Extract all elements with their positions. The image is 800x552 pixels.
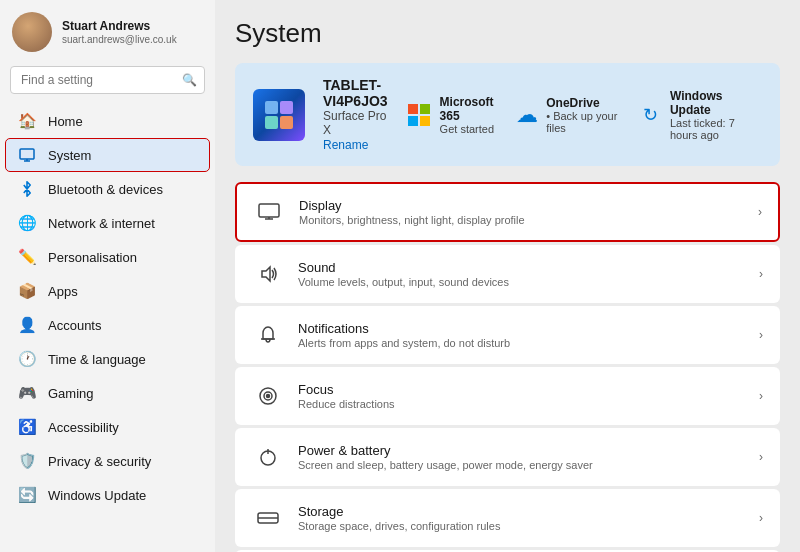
display-chevron: › bbox=[758, 205, 762, 219]
time-icon: 🕐 bbox=[18, 350, 36, 368]
svg-rect-5 bbox=[265, 116, 278, 129]
search-icon: 🔍 bbox=[182, 73, 197, 87]
microsoft365-icon bbox=[406, 101, 432, 129]
sound-desc: Volume levels, output, input, sound devi… bbox=[298, 276, 759, 288]
nav-system-label: System bbox=[48, 148, 91, 163]
settings-list: Display Monitors, brightness, night ligh… bbox=[235, 182, 780, 552]
nav-apps-label: Apps bbox=[48, 284, 78, 299]
svg-rect-10 bbox=[420, 116, 430, 126]
svg-rect-7 bbox=[408, 104, 418, 114]
svg-rect-11 bbox=[259, 204, 279, 217]
sound-title: Sound bbox=[298, 260, 759, 275]
onedrive-desc: • Back up your files bbox=[546, 110, 620, 134]
service-microsoft365[interactable]: Microsoft 365 Get started bbox=[406, 89, 497, 141]
nav-gaming[interactable]: 🎮 Gaming bbox=[6, 377, 209, 409]
search-input[interactable] bbox=[10, 66, 205, 94]
svg-marker-14 bbox=[262, 267, 270, 281]
onedrive-icon: ☁ bbox=[516, 101, 538, 129]
device-rename-link[interactable]: Rename bbox=[323, 138, 368, 152]
nav-accessibility-label: Accessibility bbox=[48, 420, 119, 435]
focus-icon bbox=[252, 380, 284, 412]
windows-logo bbox=[263, 99, 295, 131]
power-desc: Screen and sleep, battery usage, power m… bbox=[298, 459, 759, 471]
system-icon bbox=[18, 146, 36, 164]
device-info: TABLET-VI4P6JO3 Surface Pro X Rename bbox=[323, 77, 388, 152]
service-onedrive[interactable]: ☁ OneDrive • Back up your files bbox=[516, 89, 620, 141]
microsoft365-desc: Get started bbox=[440, 123, 497, 135]
device-banner: TABLET-VI4P6JO3 Surface Pro X Rename Mic… bbox=[235, 63, 780, 166]
nav-bluetooth[interactable]: Bluetooth & devices bbox=[6, 173, 209, 205]
nav-accessibility[interactable]: ♿ Accessibility bbox=[6, 411, 209, 443]
nav-system[interactable]: System bbox=[6, 139, 209, 171]
nav-privacy[interactable]: 🛡️ Privacy & security bbox=[6, 445, 209, 477]
storage-title: Storage bbox=[298, 504, 759, 519]
setting-sound[interactable]: Sound Volume levels, output, input, soun… bbox=[235, 245, 780, 303]
nav-accounts-label: Accounts bbox=[48, 318, 101, 333]
nav-personalisation[interactable]: ✏️ Personalisation bbox=[6, 241, 209, 273]
banner-services: Microsoft 365 Get started ☁ OneDrive • B… bbox=[406, 89, 762, 141]
svg-rect-6 bbox=[280, 116, 293, 129]
notifications-desc: Alerts from apps and system, do not dist… bbox=[298, 337, 759, 349]
nav-personalisation-label: Personalisation bbox=[48, 250, 137, 265]
nav-network-label: Network & internet bbox=[48, 216, 155, 231]
profile-email: suart.andrews@live.co.uk bbox=[62, 34, 177, 45]
nav-home[interactable]: 🏠 Home bbox=[6, 105, 209, 137]
setting-power[interactable]: Power & battery Screen and sleep, batter… bbox=[235, 428, 780, 486]
nav-accounts[interactable]: 👤 Accounts bbox=[6, 309, 209, 341]
windowsupdate-service-desc: Last ticked: 7 hours ago bbox=[670, 117, 762, 141]
windowsupdate-service-name: Windows Update bbox=[670, 89, 762, 117]
main-content: System TABLET-VI4P6JO3 Surface Pro X Ren… bbox=[215, 0, 800, 552]
display-desc: Monitors, brightness, night light, displ… bbox=[299, 214, 758, 226]
storage-icon bbox=[252, 502, 284, 534]
focus-title: Focus bbox=[298, 382, 759, 397]
profile-name: Stuart Andrews bbox=[62, 19, 177, 35]
device-icon-box bbox=[253, 89, 305, 141]
personalisation-icon: ✏️ bbox=[18, 248, 36, 266]
network-icon: 🌐 bbox=[18, 214, 36, 232]
accessibility-icon: ♿ bbox=[18, 418, 36, 436]
storage-desc: Storage space, drives, configuration rul… bbox=[298, 520, 759, 532]
setting-notifications[interactable]: Notifications Alerts from apps and syste… bbox=[235, 306, 780, 364]
nav-bluetooth-label: Bluetooth & devices bbox=[48, 182, 163, 197]
notifications-icon bbox=[252, 319, 284, 351]
sound-chevron: › bbox=[759, 267, 763, 281]
device-name: TABLET-VI4P6JO3 bbox=[323, 77, 388, 109]
nav-network[interactable]: 🌐 Network & internet bbox=[6, 207, 209, 239]
power-chevron: › bbox=[759, 450, 763, 464]
svg-rect-8 bbox=[420, 104, 430, 114]
home-icon: 🏠 bbox=[18, 112, 36, 130]
avatar bbox=[12, 12, 52, 52]
nav-time-label: Time & language bbox=[48, 352, 146, 367]
setting-focus[interactable]: Focus Reduce distractions › bbox=[235, 367, 780, 425]
nav-time[interactable]: 🕐 Time & language bbox=[6, 343, 209, 375]
notifications-title: Notifications bbox=[298, 321, 759, 336]
gaming-icon: 🎮 bbox=[18, 384, 36, 402]
setting-storage[interactable]: Storage Storage space, drives, configura… bbox=[235, 489, 780, 547]
microsoft365-name: Microsoft 365 bbox=[440, 95, 497, 123]
sidebar: Stuart Andrews suart.andrews@live.co.uk … bbox=[0, 0, 215, 552]
nav-gaming-label: Gaming bbox=[48, 386, 94, 401]
setting-display[interactable]: Display Monitors, brightness, night ligh… bbox=[235, 182, 780, 242]
notifications-chevron: › bbox=[759, 328, 763, 342]
windowsupdate-service-icon: ↻ bbox=[640, 101, 662, 129]
profile-section: Stuart Andrews suart.andrews@live.co.uk bbox=[0, 0, 215, 60]
display-icon bbox=[253, 196, 285, 228]
service-windowsupdate[interactable]: ↻ Windows Update Last ticked: 7 hours ag… bbox=[640, 89, 762, 141]
svg-rect-9 bbox=[408, 116, 418, 126]
bluetooth-icon bbox=[18, 180, 36, 198]
svg-rect-0 bbox=[20, 149, 34, 159]
svg-point-18 bbox=[267, 395, 270, 398]
display-title: Display bbox=[299, 198, 758, 213]
privacy-icon: 🛡️ bbox=[18, 452, 36, 470]
nav-home-label: Home bbox=[48, 114, 83, 129]
focus-desc: Reduce distractions bbox=[298, 398, 759, 410]
svg-rect-3 bbox=[265, 101, 278, 114]
page-title: System bbox=[235, 18, 780, 49]
nav-windowsupdate-label: Windows Update bbox=[48, 488, 146, 503]
nav-windowsupdate[interactable]: 🔄 Windows Update bbox=[6, 479, 209, 511]
nav-apps[interactable]: 📦 Apps bbox=[6, 275, 209, 307]
storage-chevron: › bbox=[759, 511, 763, 525]
accounts-icon: 👤 bbox=[18, 316, 36, 334]
power-icon bbox=[252, 441, 284, 473]
apps-icon: 📦 bbox=[18, 282, 36, 300]
